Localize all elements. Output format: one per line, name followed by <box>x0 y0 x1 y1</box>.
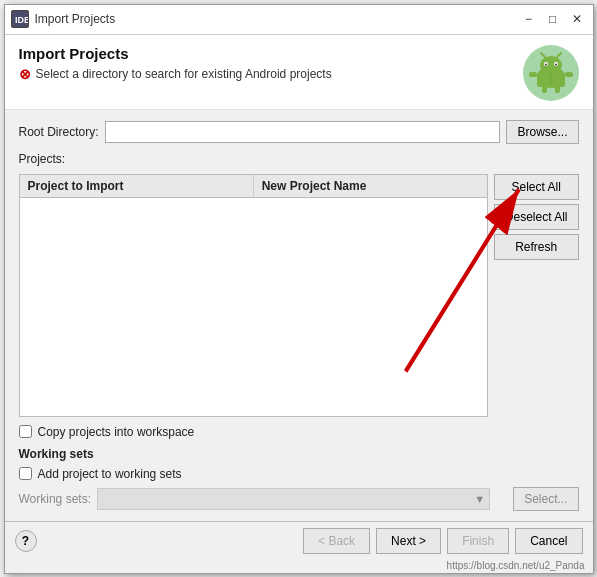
svg-rect-15 <box>565 72 573 77</box>
footer-right: < Back Next > Finish Cancel <box>303 528 582 554</box>
root-directory-input[interactable] <box>105 121 501 143</box>
copy-projects-checkbox[interactable] <box>19 425 32 438</box>
projects-table-header: Project to Import New Project Name <box>20 175 487 198</box>
projects-label: Projects: <box>19 152 579 166</box>
dialog-subtitle: ⊗ Select a directory to search for exist… <box>19 66 332 82</box>
working-sets-input-label: Working sets: <box>19 492 91 506</box>
svg-point-9 <box>555 63 557 65</box>
root-directory-row: Root Directory: Browse... <box>19 120 579 144</box>
title-bar-left: IDE Import Projects <box>11 10 116 28</box>
dialog-header: Import Projects ⊗ Select a directory to … <box>5 35 593 110</box>
add-to-working-sets-label[interactable]: Add project to working sets <box>38 467 182 481</box>
projects-table: Project to Import New Project Name <box>19 174 488 417</box>
footer-url: https://blog.csdn.net/u2_Panda <box>5 560 593 573</box>
svg-text:IDE: IDE <box>15 15 28 25</box>
working-sets-input-row: Working sets: ▼ Select... <box>19 487 579 511</box>
next-button[interactable]: Next > <box>376 528 441 554</box>
projects-section: Project to Import New Project Name Selec… <box>19 174 579 417</box>
svg-rect-14 <box>529 72 537 77</box>
deselect-all-button[interactable]: Deselect All <box>494 204 579 230</box>
browse-button[interactable]: Browse... <box>506 120 578 144</box>
title-bar-text: Import Projects <box>35 12 116 26</box>
dialog-footer: ? < Back Next > Finish Cancel <box>5 521 593 560</box>
svg-rect-12 <box>542 85 547 93</box>
app-icon: IDE <box>11 10 29 28</box>
title-bar: IDE Import Projects − □ ✕ <box>5 5 593 35</box>
add-to-working-sets-checkbox[interactable] <box>19 467 32 480</box>
cancel-button[interactable]: Cancel <box>515 528 582 554</box>
dialog-header-left: Import Projects ⊗ Select a directory to … <box>19 45 332 82</box>
working-sets-dropdown <box>97 488 490 510</box>
import-projects-dialog: IDE Import Projects − □ ✕ Import Project… <box>4 4 594 574</box>
select-all-button[interactable]: Select All <box>494 174 579 200</box>
close-button[interactable]: ✕ <box>567 10 587 28</box>
back-button[interactable]: < Back <box>303 528 370 554</box>
side-buttons: Select All Deselect All Refresh <box>494 174 579 417</box>
dialog-title: Import Projects <box>19 45 332 62</box>
root-directory-label: Root Directory: <box>19 125 99 139</box>
col-new-project-name: New Project Name <box>254 175 487 197</box>
dialog-body: Root Directory: Browse... Projects: Proj… <box>5 110 593 521</box>
working-sets-section: Working sets Add project to working sets… <box>19 447 579 511</box>
svg-rect-13 <box>555 85 560 93</box>
working-sets-checkbox-row: Add project to working sets <box>19 467 579 481</box>
title-bar-controls: − □ ✕ <box>519 10 587 28</box>
svg-point-5 <box>540 56 562 74</box>
android-logo <box>523 45 579 101</box>
subtitle-text: Select a directory to search for existin… <box>36 67 332 81</box>
minimize-button[interactable]: − <box>519 10 539 28</box>
copy-projects-row: Copy projects into workspace <box>19 425 579 439</box>
svg-point-8 <box>545 63 547 65</box>
maximize-button[interactable]: □ <box>543 10 563 28</box>
copy-projects-label[interactable]: Copy projects into workspace <box>38 425 195 439</box>
footer-left: ? <box>15 530 37 552</box>
finish-button[interactable]: Finish <box>447 528 509 554</box>
help-button[interactable]: ? <box>15 530 37 552</box>
refresh-button[interactable]: Refresh <box>494 234 579 260</box>
error-icon: ⊗ <box>19 66 31 82</box>
working-sets-select-button: Select... <box>513 487 578 511</box>
projects-table-body <box>20 198 487 416</box>
col-project-to-import: Project to Import <box>20 175 254 197</box>
working-sets-title: Working sets <box>19 447 579 461</box>
